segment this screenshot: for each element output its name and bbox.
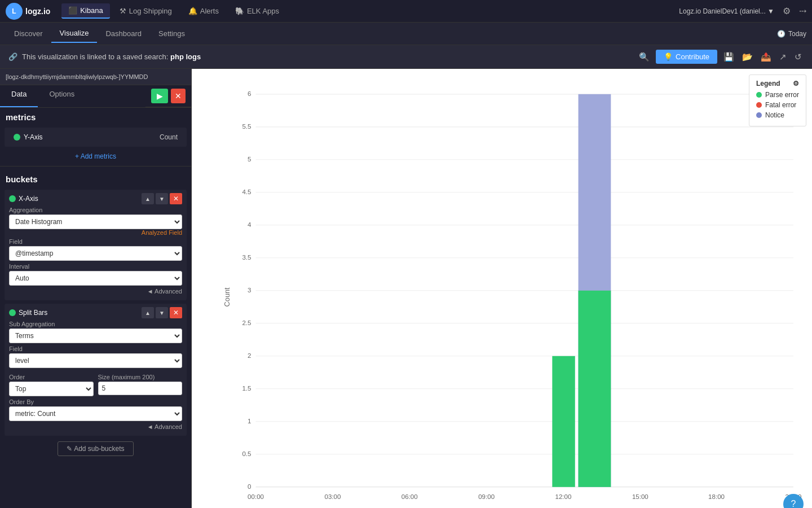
buckets-header: buckets <box>0 170 191 186</box>
tab-visualize[interactable]: Visualize <box>51 24 98 43</box>
top-nav-tabs: ⬛ Kibana ⚒ Log Shipping 🔔 Alerts 🐘 ELK A… <box>61 3 286 19</box>
svg-text:12:00: 12:00 <box>555 493 572 500</box>
saved-search-name: php logs <box>170 52 201 61</box>
logout-icon[interactable]: ⤏ <box>799 6 806 16</box>
contribute-button[interactable]: 💡 Contribute <box>656 50 717 64</box>
interval-label: Interval <box>9 263 182 270</box>
field-label-split: Field <box>9 345 182 352</box>
order-size-row: Order Top Size (maximum 200) <box>9 371 182 396</box>
svg-text:18:00: 18:00 <box>708 493 725 500</box>
svg-text:00:00: 00:00 <box>248 493 264 500</box>
split-bars-toggle[interactable] <box>9 309 16 316</box>
svg-text:2: 2 <box>248 352 251 359</box>
legend-dot-parse-error <box>756 92 762 98</box>
toolbar-right: 🔍 💡 Contribute 💾 📂 📤 ↗ ↺ <box>637 50 804 64</box>
alerts-icon: 🔔 <box>188 7 197 15</box>
split-bars-advanced-link[interactable]: Advanced <box>9 421 182 432</box>
tab-options[interactable]: Options <box>38 85 86 107</box>
save-icon[interactable]: 💾 <box>722 50 736 64</box>
nav-tab-kibana[interactable]: ⬛ Kibana <box>61 3 109 19</box>
svg-text:1.5: 1.5 <box>242 385 251 392</box>
svg-text:0: 0 <box>248 483 251 490</box>
log-shipping-icon: ⚒ <box>120 7 126 15</box>
notification-text: This visualization is linked to a saved … <box>22 52 201 61</box>
svg-text:4: 4 <box>248 221 251 228</box>
svg-text:5.5: 5.5 <box>242 123 251 130</box>
order-label: Order <box>9 374 94 380</box>
legend-item-notice: Notice <box>756 111 799 119</box>
user-menu[interactable]: Logz.io DanielDev1 (daniel... ▼ <box>679 7 774 15</box>
load-icon[interactable]: 📂 <box>740 50 754 64</box>
svg-text:3: 3 <box>248 287 251 294</box>
logo[interactable]: L logz.io <box>6 3 50 20</box>
add-metrics-button[interactable]: + Add metrics <box>70 150 121 163</box>
sub-agg-select[interactable]: Terms <box>9 329 182 343</box>
bar-parse-error-14 <box>579 291 611 487</box>
field-label-x: Field <box>9 238 182 245</box>
index-pattern-label: [logz-dkdhmyttiiymjdammbltqliwlylpzwqb-]… <box>6 73 148 80</box>
close-button[interactable]: ✕ <box>171 89 186 103</box>
panel-tabs: Data Options ▶ ✕ <box>0 85 191 108</box>
x-axis-toggle[interactable] <box>9 195 16 202</box>
add-sub-buckets-button[interactable]: ✎ Add sub-buckets <box>58 441 133 456</box>
search-icon[interactable]: 🔍 <box>637 50 651 64</box>
x-axis-remove-button[interactable]: ✕ <box>170 193 182 204</box>
time-display[interactable]: 🕐 Today <box>777 30 806 38</box>
nav-tab-elk-apps[interactable]: 🐘 ELK Apps <box>228 4 286 18</box>
svg-text:09:00: 09:00 <box>478 493 495 500</box>
index-pattern-bar: [logz-dkdhmyttiiymjdammbltqliwlylpzwqb-]… <box>0 69 191 85</box>
svg-text:Count: Count <box>223 287 231 306</box>
nav-tab-log-shipping[interactable]: ⚒ Log Shipping <box>113 4 179 18</box>
svg-text:1: 1 <box>248 418 251 424</box>
contribute-icon: 💡 <box>664 52 673 61</box>
legend-dot-notice <box>756 112 762 118</box>
tab-data[interactable]: Data <box>0 85 38 107</box>
svg-text:5: 5 <box>248 156 251 163</box>
aggregation-label: Aggregation <box>9 207 182 213</box>
top-navigation: L logz.io ⬛ Kibana ⚒ Log Shipping 🔔 Aler… <box>0 0 812 23</box>
x-axis-down-button[interactable]: ▼ <box>156 193 168 204</box>
chart-area: Count 0 0.5 1 1.5 2 2.5 3 3.5 <box>192 69 812 508</box>
sub-agg-label: Sub Aggregation <box>9 321 182 327</box>
legend-item-parse-error: Parse error <box>756 91 799 99</box>
order-select[interactable]: Top <box>9 382 94 396</box>
split-bars-up-button[interactable]: ▲ <box>142 307 154 318</box>
legend-dot-fatal-error <box>756 102 762 108</box>
x-axis-up-button[interactable]: ▲ <box>142 193 154 204</box>
logo-icon: L <box>6 3 23 20</box>
x-axis-advanced-link[interactable]: Advanced <box>9 286 182 297</box>
left-panel: [logz-dkdhmyttiiymjdammbltqliwlylpzwqb-]… <box>0 69 192 508</box>
split-bars-down-button[interactable]: ▼ <box>156 307 168 318</box>
split-bars-bucket: Split Bars ▲ ▼ ✕ Sub Aggregation Terms F… <box>5 304 187 436</box>
legend-panel: Legend ⚙ Parse error Fatal error Notice <box>749 75 806 126</box>
elk-apps-icon: 🐘 <box>235 7 244 15</box>
field-select-split[interactable]: level <box>9 353 182 368</box>
size-label: Size (maximum 200) <box>98 374 183 380</box>
tab-discover[interactable]: Discover <box>6 25 51 42</box>
settings-icon[interactable]: ⚙ <box>783 6 791 16</box>
metrics-header: metrics <box>0 108 191 124</box>
size-input[interactable] <box>98 382 183 395</box>
svg-text:4.5: 4.5 <box>242 189 251 195</box>
external-link-icon[interactable]: ↗ <box>778 50 788 64</box>
svg-text:2.5: 2.5 <box>242 319 251 326</box>
svg-text:3.5: 3.5 <box>242 254 251 261</box>
run-button[interactable]: ▶ <box>151 89 168 103</box>
svg-text:03:00: 03:00 <box>324 493 341 500</box>
clock-icon: 🕐 <box>777 30 785 38</box>
logo-text: logz.io <box>25 7 50 16</box>
interval-select[interactable]: Auto <box>9 271 182 286</box>
svg-text:06:00: 06:00 <box>401 493 418 500</box>
refresh-icon[interactable]: ↺ <box>793 50 804 64</box>
share-icon[interactable]: 📤 <box>759 50 773 64</box>
tab-settings[interactable]: Settings <box>150 25 193 42</box>
order-by-select[interactable]: metric: Count <box>9 406 182 421</box>
aggregation-select[interactable]: Date Histogram <box>9 214 182 229</box>
legend-settings-icon[interactable]: ⚙ <box>793 80 799 87</box>
nav-tab-alerts[interactable]: 🔔 Alerts <box>182 4 226 18</box>
y-axis-toggle[interactable] <box>14 134 20 141</box>
split-bars-remove-button[interactable]: ✕ <box>170 307 182 318</box>
tab-dashboard[interactable]: Dashboard <box>97 25 150 42</box>
kibana-icon: ⬛ <box>68 6 77 15</box>
field-select-x[interactable]: @timestamp <box>9 246 182 261</box>
